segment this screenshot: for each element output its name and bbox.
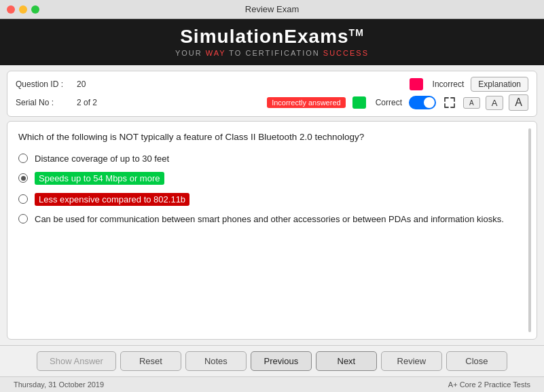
answer-text-3: Less expensive compared to 802.11b [35, 193, 189, 206]
radio-3[interactable] [18, 194, 28, 204]
next-button[interactable]: Next [316, 351, 377, 371]
header-banner: SimulationExamsTM YOUR WAY TO CERTIFICAT… [0, 19, 544, 65]
radio-4[interactable] [18, 214, 28, 224]
answer-option-1[interactable]: Distance coverage of up to 30 feet [18, 154, 526, 164]
maximize-window-button[interactable] [31, 5, 39, 14]
serial-no-label: Serial No : [16, 98, 70, 107]
question-id-value: 20 [77, 79, 86, 89]
brand-title: SimulationExamsTM [14, 26, 530, 48]
correct-label: Correct [376, 98, 402, 107]
incorrect-label: Incorrect [433, 79, 465, 89]
right-controls: A A A [409, 94, 528, 111]
main-content: Question ID : 20 Incorrect Explanation S… [0, 65, 544, 345]
review-button[interactable]: Review [381, 351, 442, 371]
incorrectly-answered-badge: Incorrectly answered [267, 97, 346, 108]
answer-text-4: Can be used for communication between sm… [35, 214, 504, 224]
question-id-row: Question ID : 20 Incorrect Explanation [16, 77, 528, 92]
minimize-window-button[interactable] [19, 5, 27, 14]
serial-no-value: 2 of 2 [77, 98, 97, 107]
font-large-button[interactable]: A [509, 94, 528, 111]
close-window-button[interactable] [7, 5, 15, 14]
window-title: Review Exam [245, 4, 299, 14]
bottom-toolbar: Show Answer Reset Notes Previous Next Re… [0, 345, 544, 376]
correct-dot [352, 96, 366, 109]
radio-1[interactable] [18, 154, 28, 163]
font-small-button[interactable]: A [463, 97, 480, 109]
answer-option-3[interactable]: Less expensive compared to 802.11b [18, 193, 526, 206]
answer-option-2[interactable]: Speeds up to 54 Mbps or more [18, 172, 526, 185]
fullscreen-icon[interactable] [441, 94, 458, 111]
footer: Thursday, 31 October 2019 A+ Core 2 Prac… [0, 376, 544, 392]
tagline: YOUR WAY TO CERTIFICATION SUCCESS [14, 49, 530, 57]
serial-no-row: Serial No : 2 of 2 Incorrectly answered … [16, 94, 528, 111]
question-text: Which of the following is NOT typically … [18, 131, 526, 144]
footer-product: A+ Core 2 Practice Tests [448, 380, 530, 389]
window-controls[interactable] [7, 5, 39, 14]
reset-button[interactable]: Reset [120, 351, 181, 371]
toggle-switch[interactable] [409, 96, 436, 109]
show-answer-button[interactable]: Show Answer [37, 351, 116, 371]
answer-text-2: Speeds up to 54 Mbps or more [35, 172, 164, 185]
answer-option-4[interactable]: Can be used for communication between sm… [18, 214, 526, 224]
title-bar: Review Exam [0, 0, 544, 19]
radio-2[interactable] [18, 173, 28, 183]
question-panel: Which of the following is NOT typically … [7, 121, 537, 340]
previous-button[interactable]: Previous [251, 351, 312, 371]
explanation-button[interactable]: Explanation [471, 77, 528, 92]
incorrect-dot [410, 78, 423, 90]
answer-text-1: Distance coverage of up to 30 feet [35, 154, 169, 164]
info-panel: Question ID : 20 Incorrect Explanation S… [7, 71, 537, 117]
question-id-label: Question ID : [16, 79, 70, 89]
close-button[interactable]: Close [446, 351, 507, 371]
notes-button[interactable]: Notes [185, 351, 247, 371]
font-medium-button[interactable]: A [486, 96, 504, 110]
footer-date: Thursday, 31 October 2019 [14, 380, 104, 389]
